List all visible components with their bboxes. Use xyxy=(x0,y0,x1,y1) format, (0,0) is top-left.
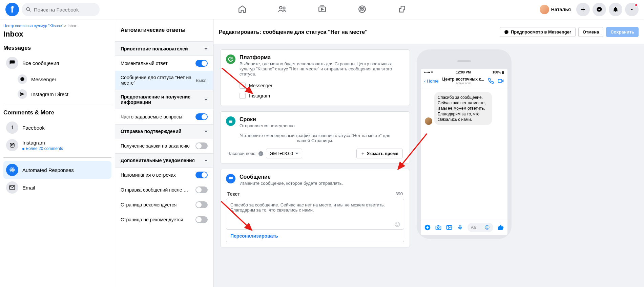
sidebar-item-automated-responses[interactable]: Automated Responses xyxy=(3,161,111,179)
section-messages-label: Messages xyxy=(3,45,111,51)
emoji-icon[interactable] xyxy=(484,225,490,230)
svg-point-0 xyxy=(26,7,29,10)
like-icon[interactable] xyxy=(497,224,504,231)
svg-line-1 xyxy=(29,10,30,12)
facebook-icon: f xyxy=(6,122,18,134)
svg-point-12 xyxy=(12,170,13,171)
group-confirmations[interactable]: Отправка подтверждений xyxy=(115,124,213,138)
svg-point-22 xyxy=(398,224,399,224)
topnav: f Поиск на Facebook Наталья xyxy=(0,0,644,19)
checkbox[interactable] xyxy=(240,93,246,99)
svg-point-7 xyxy=(360,7,361,9)
phone-input-bar: Aa xyxy=(421,220,507,235)
opt-page-not-recommended[interactable]: Страница не рекомендуется xyxy=(115,212,213,227)
signal-icon: ••••• ᯤ xyxy=(424,70,434,74)
toggle-on[interactable] xyxy=(195,113,208,120)
message-textarea[interactable]: Спасибо за сообщение. Сейчас нас нет на … xyxy=(226,199,404,230)
sidebar-item-instagram[interactable]: Instagram Более 20 comments xyxy=(3,136,111,154)
sidebar-item-messenger[interactable]: Messenger xyxy=(3,72,111,87)
email-icon xyxy=(6,181,18,194)
user-chip[interactable]: Наталья xyxy=(538,3,574,16)
platform-desc: Выберите, где можно будет использовать д… xyxy=(240,61,404,76)
opt-away-message[interactable]: Сообщение для статуса "Нет на месте" Вык… xyxy=(115,71,213,90)
cancel-button[interactable]: Отмена xyxy=(578,27,603,37)
breadcrumb-page[interactable]: Центр восточных культур "Kitsune" xyxy=(3,24,63,28)
sidebar-item-email[interactable]: Email xyxy=(3,179,111,196)
phone-call-icon[interactable] xyxy=(488,78,494,84)
toggle-off[interactable] xyxy=(195,216,208,223)
phone-chat-subtitle: Active now xyxy=(439,82,488,85)
phone-status-bar: ••••• ᯤ 12:00 PM 100% ▮ xyxy=(421,69,507,75)
toggle-off[interactable] xyxy=(195,142,208,149)
checkbox[interactable] xyxy=(240,83,246,89)
send-icon xyxy=(18,89,27,99)
phone-text-input[interactable]: Aa xyxy=(468,223,493,232)
phone-home-button[interactable]: ‹ Home xyxy=(424,79,439,84)
phone-frame: ••••• ᯤ 12:00 PM 100% ▮ ‹ Home Центр вос… xyxy=(417,49,512,239)
timezone-select[interactable]: GMT+03:00 xyxy=(266,149,302,158)
main-title: Редактировать: сообщение для статуса "Не… xyxy=(219,29,368,35)
schedule-title: Сроки xyxy=(240,116,295,123)
notifications-button[interactable] xyxy=(609,3,622,16)
svg-point-3 xyxy=(283,7,285,9)
svg-point-26 xyxy=(438,227,439,228)
opt-page-recommended[interactable]: Страница рекомендуется xyxy=(115,197,213,212)
group-notifications[interactable]: Дополнительные уведомления xyxy=(115,153,213,168)
save-button[interactable]: Сохранить xyxy=(606,27,639,37)
toggle-off[interactable] xyxy=(195,186,208,193)
opt-instant-reply[interactable]: Моментальный ответ xyxy=(115,56,213,71)
messenger-icon xyxy=(18,74,27,84)
page-title: Inbox xyxy=(3,30,111,39)
toggle-off[interactable] xyxy=(195,201,208,208)
messages-icon xyxy=(6,57,18,69)
opt-appointment-reminders[interactable]: Напоминания о встречах xyxy=(115,168,213,182)
svg-rect-23 xyxy=(498,80,502,83)
opt-faq[interactable]: Часто задаваемые вопросы xyxy=(115,109,213,124)
message-card: Сообщение Измените сообщение, которое бу… xyxy=(220,169,410,247)
camera-icon[interactable] xyxy=(435,224,442,231)
sidebar-item-all-messages[interactable]: Все сообщения xyxy=(3,54,111,72)
chevron-down-icon xyxy=(295,153,298,154)
nav-groups[interactable] xyxy=(344,0,381,19)
platform-instagram-row[interactable]: Instagram xyxy=(240,91,404,101)
personalize-link[interactable]: Персонализировать xyxy=(226,230,404,242)
messenger-icon xyxy=(504,30,509,35)
sidebar-item-instagram-direct[interactable]: Instagram Direct xyxy=(3,87,111,102)
mic-icon[interactable] xyxy=(457,224,463,231)
nav-watch[interactable] xyxy=(304,0,341,19)
user-name: Наталья xyxy=(551,7,571,12)
plus-icon xyxy=(361,152,365,156)
breadcrumb: Центр восточных культур "Kitsune" > Inbo… xyxy=(3,24,111,28)
group-greeting[interactable]: Приветствие пользователей xyxy=(115,42,213,56)
svg-point-10 xyxy=(11,144,13,146)
add-time-button[interactable]: Указать время xyxy=(356,149,403,158)
platform-messenger-row[interactable]: Messenger xyxy=(240,81,404,91)
plus-circle-icon[interactable] xyxy=(424,224,431,231)
preview-messenger-button[interactable]: Предпросмотр в Messenger xyxy=(500,27,576,37)
image-icon[interactable] xyxy=(446,224,453,231)
text-label: Текст xyxy=(227,191,240,197)
account-dropdown[interactable] xyxy=(625,3,639,16)
info-icon[interactable]: i xyxy=(258,151,263,156)
toggle-on[interactable] xyxy=(195,60,208,67)
messenger-button[interactable] xyxy=(593,3,606,16)
preview-column: ••••• ᯤ 12:00 PM 100% ▮ ‹ Home Центр вос… xyxy=(417,49,515,282)
nav-home[interactable] xyxy=(224,0,261,19)
toggle-on[interactable] xyxy=(195,172,208,178)
create-button[interactable] xyxy=(576,3,590,16)
emoji-icon[interactable] xyxy=(394,221,400,227)
nav-gaming[interactable] xyxy=(383,0,421,19)
svg-point-8 xyxy=(362,7,364,9)
opt-after-appointment[interactable]: Отправка сообщений после назначени... xyxy=(115,182,213,197)
search-bar[interactable]: Поиск на Facebook xyxy=(22,3,100,16)
message-desc: Измените сообщение, которое будете отпра… xyxy=(240,181,343,186)
svg-point-20 xyxy=(395,222,400,227)
group-info[interactable]: Предоставление и получение информации xyxy=(115,90,213,109)
video-call-icon[interactable] xyxy=(497,78,504,84)
calendar-icon xyxy=(226,116,235,126)
facebook-logo[interactable]: f xyxy=(5,3,19,16)
sidebar-item-facebook[interactable]: f Facebook xyxy=(3,119,111,136)
opt-job-application[interactable]: Получение заявки на вакансию xyxy=(115,138,213,153)
svg-point-32 xyxy=(487,227,488,227)
nav-friends[interactable] xyxy=(264,0,301,19)
